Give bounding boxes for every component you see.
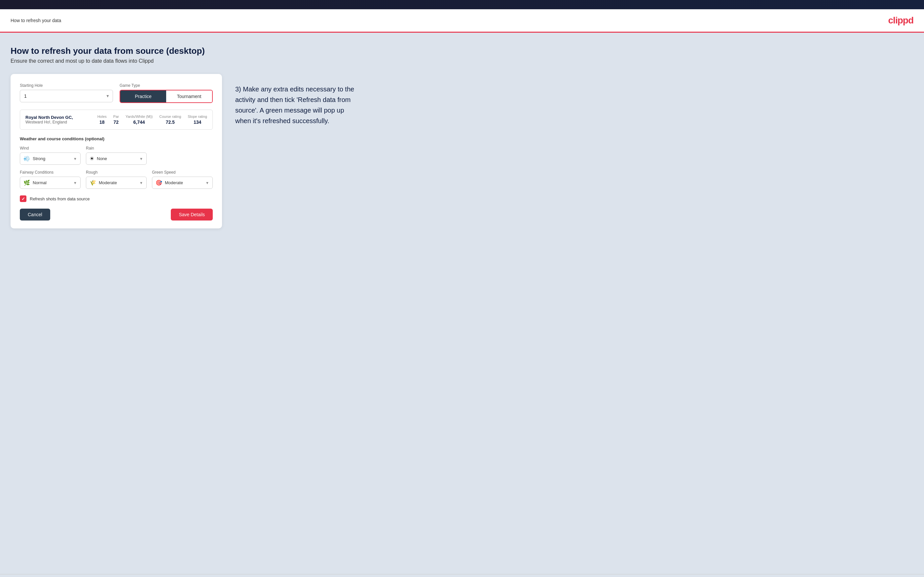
green-speed-group: Green Speed 🎯 Moderate ▼ [152,170,213,189]
yards-label: Yards/White (M)) [126,114,153,119]
yards-value: 6,744 [126,119,153,125]
rough-select[interactable]: 🌾 Moderate ▼ [86,177,147,189]
starting-hole-select-wrapper: 1 ▼ [20,90,113,102]
main-content: How to refresh your data from source (de… [0,33,924,574]
wind-group: Wind 💨 Strong ▼ [20,146,81,165]
stat-course-rating: Course rating 72.5 [159,114,181,125]
rain-value: None [97,156,139,161]
green-speed-label: Green Speed [152,170,213,175]
rain-icon: ☀ [89,155,94,162]
rain-select[interactable]: ☀ None ▼ [86,153,147,165]
save-details-button[interactable]: Save Details [171,209,213,221]
conditions-section-title: Weather and course conditions (optional) [20,136,213,141]
slope-rating-value: 134 [187,119,207,125]
fairway-label: Fairway Conditions [20,170,81,175]
slope-rating-label: Slope rating [187,114,207,119]
wind-arrow-icon: ▼ [73,157,77,161]
course-name: Royal North Devon GC, [26,115,73,120]
rough-arrow-icon: ▼ [139,181,143,185]
refresh-checkbox-row: Refresh shots from data source [20,195,213,202]
starting-hole-label: Starting Hole [20,83,113,88]
stat-yards: Yards/White (M)) 6,744 [126,114,153,125]
course-details: Royal North Devon GC, Westward Ho!, Engl… [26,115,73,124]
rough-icon: 🌾 [89,180,96,186]
rough-label: Rough [86,170,147,175]
refresh-checkbox[interactable] [20,195,26,202]
game-type-toggle: Practice Tournament [120,90,213,103]
par-label: Par [113,114,119,119]
page-subheading: Ensure the correct and most up to date d… [11,58,913,64]
holes-label: Holes [97,114,107,119]
green-speed-arrow-icon: ▼ [205,181,209,185]
wind-icon: 💨 [23,155,30,162]
page-heading: How to refresh your data from source (de… [11,46,913,56]
cancel-button[interactable]: Cancel [20,209,50,221]
green-speed-value: Moderate [165,180,205,185]
conditions-row-2: Fairway Conditions 🌿 Normal ▼ Rough 🌾 Mo… [20,170,213,189]
wind-value: Strong [33,156,73,161]
practice-button[interactable]: Practice [120,90,166,102]
rain-label: Rain [86,146,147,150]
course-info-box: Royal North Devon GC, Westward Ho!, Engl… [20,110,213,130]
stat-holes: Holes 18 [97,114,107,125]
starting-hole-select[interactable]: 1 [20,90,113,102]
refresh-checkbox-label: Refresh shots from data source [30,197,89,201]
header: How to refresh your data clippd [0,9,924,33]
logo: clippd [888,15,913,26]
stat-slope-rating: Slope rating 134 [187,114,207,125]
button-row: Cancel Save Details [20,209,213,221]
course-rating-label: Course rating [159,114,181,119]
top-fields-row: Starting Hole 1 ▼ Game Type Practice Tou… [20,83,213,103]
fairway-group: Fairway Conditions 🌿 Normal ▼ [20,170,81,189]
form-card: Starting Hole 1 ▼ Game Type Practice Tou… [11,74,222,229]
course-rating-value: 72.5 [159,119,181,125]
game-type-group: Game Type Practice Tournament [120,83,213,103]
wind-select[interactable]: 💨 Strong ▼ [20,153,81,165]
green-speed-icon: 🎯 [156,180,162,186]
tournament-button[interactable]: Tournament [166,90,212,102]
content-area: Starting Hole 1 ▼ Game Type Practice Tou… [11,74,913,229]
fairway-value: Normal [33,180,73,185]
top-bar [0,0,924,9]
green-speed-select[interactable]: 🎯 Moderate ▼ [152,177,213,189]
breadcrumb: How to refresh your data [11,18,61,23]
fairway-select[interactable]: 🌿 Normal ▼ [20,177,81,189]
side-instruction-text: 3) Make any extra edits necessary to the… [235,84,361,126]
rain-group: Rain ☀ None ▼ [86,146,147,165]
course-location: Westward Ho!, England [26,120,73,124]
game-type-label: Game Type [120,83,213,88]
rough-value: Moderate [99,180,139,185]
course-stats: Holes 18 Par 72 Yards/White (M)) 6,744 C… [97,114,207,125]
starting-hole-group: Starting Hole 1 ▼ [20,83,113,103]
conditions-row-1: Wind 💨 Strong ▼ Rain ☀ None ▼ [20,146,213,165]
spacer [152,146,213,165]
wind-label: Wind [20,146,81,150]
holes-value: 18 [97,119,107,125]
stat-par: Par 72 [113,114,119,125]
rough-group: Rough 🌾 Moderate ▼ [86,170,147,189]
fairway-icon: 🌿 [23,180,30,186]
fairway-arrow-icon: ▼ [73,181,77,185]
footer: Copyright Clippd 2022 [0,574,924,577]
par-value: 72 [113,119,119,125]
rain-arrow-icon: ▼ [139,157,143,161]
side-instruction: 3) Make any extra edits necessary to the… [235,74,361,126]
